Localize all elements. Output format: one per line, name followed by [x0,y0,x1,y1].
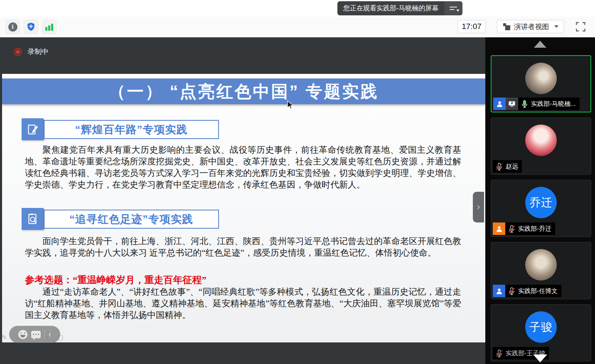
mouse-cursor [287,100,294,110]
mic-on-icon [520,100,529,108]
divider [44,330,45,339]
notepad-pencil-icon [22,118,44,140]
chevron-down-icon [554,25,558,28]
titlebar: 您正在观看实践部-马晓楠的屏幕 [0,0,595,17]
collapse-left-icon[interactable]: ‹ [49,330,51,339]
member-badge-icon [493,285,505,297]
section-2-title: “追寻红色足迹”专项实践 [69,212,193,227]
mic-muted-icon [507,225,516,233]
participant-tile-renbowen[interactable]: 实践部-任博文 [491,242,591,299]
reaction-toolbar: ‹ [9,326,60,343]
participant-tile-zhaoyuan[interactable]: 赵远 [491,117,591,175]
view-mode-label: 演讲者视图 [514,22,549,32]
section-1-body: 聚焦建党百年来具有重大历史影响的主要会议、战役等历史事件，前往革命传统教育基地、… [25,144,461,191]
avatar: 乔迁 [525,187,557,218]
network-quality-button[interactable] [42,20,57,34]
fullscreen-icon [575,21,586,32]
participant-name: 赵远 [506,163,518,171]
chevron-down-icon [456,10,460,12]
scroll-up-arrow[interactable] [534,41,546,48]
participant-tile-wangzijun[interactable]: 子骏 实践部-王子骏 [491,304,591,362]
avatar [525,125,557,156]
document-search-icon [22,208,44,230]
avatar [525,63,557,94]
shared-screen-area: 录制中 （一） “点亮红色中国” 专题实践 “辉煌百年路”专项实践 [0,37,485,364]
member-badge-icon [493,98,506,110]
meeting-app-window: 您正在观看实践部-马晓楠的屏幕 i 17:07 [0,0,595,364]
section-2-body: 面向学生党员骨干，前往上海、浙江、河北、江西、陕西、贵州等习近平总书记曾去过的革… [25,235,461,259]
participant-tile-maxiaonan[interactable]: 实践部-马晓楠... [491,55,591,112]
avatar: 子骏 [525,311,557,343]
meeting-info-button[interactable]: i [5,20,20,34]
fullscreen-button[interactable] [575,21,586,32]
mic-muted-icon [495,162,504,171]
scroll-down-arrow[interactable] [533,354,547,362]
info-icon: i [8,22,17,32]
meeting-time: 17:07 [462,22,482,31]
record-dot-icon [14,48,22,56]
recording-indicator: 录制中 [14,47,49,56]
security-button[interactable] [24,20,38,34]
next-page-tab[interactable]: › [473,192,484,222]
section-header-1: “辉煌百年路”专项实践 [22,118,219,140]
watching-options-button[interactable] [444,1,462,15]
participant-tile-qiaoqian[interactable]: 乔迁 实践部-乔迁 [491,180,591,237]
participant-name: 实践部-乔迁 [518,225,551,233]
view-mode-button[interactable]: 演讲者视图 [497,20,564,33]
mic-muted-icon [507,287,516,296]
section-1-title: “辉煌百年路”专项实践 [75,122,188,137]
network-bars-icon [45,23,53,31]
presentation-slide: （一） “点亮红色中国” 专题实践 “辉煌百年路”专项实践 聚焦建党百年来具有重… [2,74,485,342]
speaker-view-icon [503,23,511,31]
slide-title-banner: （一） “点亮红色中国” 专题实践 [2,78,485,104]
shield-plus-icon [26,22,36,32]
mic-muted-icon [495,349,504,358]
participant-name: 实践部-任博文 [518,287,558,295]
recording-label: 录制中 [27,47,49,56]
section-header-2: “追寻红色足迹”专项实践 [22,208,219,230]
meeting-toolbar: i 17:07 演讲者视图 [0,17,595,37]
menu-lines-icon [450,7,457,7]
avatar [525,249,557,281]
chat-button[interactable] [31,331,41,338]
reference-topic-body: 通过“走访革命老人”、“讲好红色故事”、“同唱经典红歌”等多种模式，弘扬红色文化… [25,286,461,321]
participants-sidebar: 实践部-马晓楠... 赵远 [485,37,595,364]
screen-watching-banner: 您正在观看实践部-马晓楠的屏幕 [337,1,462,15]
slide-title: （一） “点亮红色中国” 专题实践 [108,80,379,103]
reference-topic-heading: 参考选题：“重温峥嵘岁月，重走百年征程” [25,274,207,286]
emoji-reaction-button[interactable] [18,330,27,339]
member-badge-icon [493,222,505,235]
participant-name: 实践部-马晓楠... [531,100,576,108]
screen-watching-label: 您正在观看实践部-马晓楠的屏幕 [337,1,444,15]
meeting-timer: 17:07 [457,20,486,33]
screen-share-icon [506,98,518,110]
